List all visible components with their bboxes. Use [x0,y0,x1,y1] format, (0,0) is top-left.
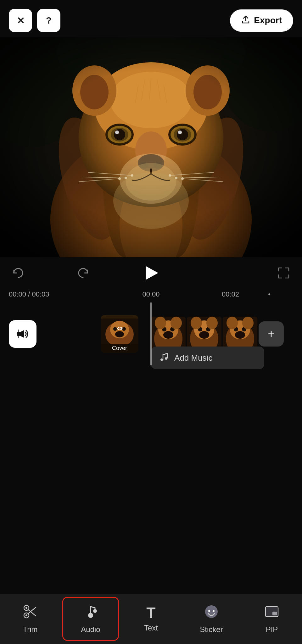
svg-marker-54 [20,330,24,338]
text-label: Text [144,624,158,632]
timeline-empty-space [0,365,302,586]
video-preview [0,37,302,257]
svg-point-96 [208,610,210,612]
toolbar-item-text[interactable]: T Text [123,597,179,641]
toolbar-item-pip[interactable]: PIP [243,597,300,641]
top-bar-left: ✕ ? [9,9,60,32]
speaker-button[interactable] [9,320,36,348]
timeline-track: ⇔ Cover [0,303,302,365]
timeline-section: ⇔ Cover [0,303,302,586]
time-marker-1: 00:00 [142,290,159,298]
help-button[interactable]: ? [37,9,60,32]
toolbar-item-trim[interactable]: Trim [2,597,59,641]
svg-point-76 [191,317,202,329]
export-button[interactable]: Export [230,9,293,32]
top-bar: ✕ ? Export [0,0,302,37]
video-thumb-3 [223,317,257,351]
svg-rect-52 [0,37,302,257]
time-dot: • [268,290,271,298]
pip-icon [264,604,279,622]
svg-point-68 [155,317,166,329]
svg-point-91 [25,614,27,616]
svg-point-67 [163,331,173,339]
audio-icon [83,604,98,622]
add-clip-button[interactable]: + [259,321,284,347]
fullscreen-button[interactable] [277,266,291,280]
sticker-icon [204,604,219,622]
playback-controls [0,257,302,289]
close-button[interactable]: ✕ [9,9,32,32]
redo-button[interactable] [76,266,90,280]
svg-rect-100 [266,607,277,616]
svg-point-92 [25,607,27,609]
play-icon [146,266,158,280]
pip-label: PIP [266,625,278,634]
svg-line-86 [163,353,167,355]
sticker-label: Sticker [200,625,223,634]
export-icon [241,15,250,26]
add-music-button[interactable]: Add Music [151,347,264,369]
trim-label: Trim [23,625,37,634]
toolbar-item-sticker[interactable]: Sticker [183,597,240,641]
svg-point-97 [213,610,215,612]
cover-thumbnail[interactable]: ⇔ Cover [101,315,138,353]
scissors-icon [23,604,38,622]
time-ruler: 00:00 / 00:03 00:00 00:02 • [0,289,302,303]
svg-point-95 [205,605,218,618]
play-button[interactable] [141,263,161,283]
cover-label: Cover [101,344,138,353]
music-note-icon [159,352,169,364]
audio-label: Audio [81,625,100,634]
time-current: 00:00 / 00:03 [9,290,49,298]
svg-point-83 [235,331,245,339]
playhead [151,303,152,365]
svg-point-77 [206,317,218,329]
video-thumb-1 [151,317,186,351]
text-tool-icon: T [146,605,155,620]
undo-button[interactable] [11,266,25,280]
video-thumb-2 [187,317,221,351]
bottom-toolbar: Trim Audio T Text Sticker [0,594,302,644]
svg-point-69 [171,317,182,329]
svg-point-60 [122,327,126,331]
svg-point-75 [199,331,209,339]
svg-point-85 [242,317,254,329]
export-label: Export [254,15,282,25]
time-marker-2: 00:02 [222,290,239,298]
svg-point-84 [226,317,238,329]
toolbar-item-audio[interactable]: Audio [62,597,119,641]
add-music-label: Add Music [174,353,212,363]
